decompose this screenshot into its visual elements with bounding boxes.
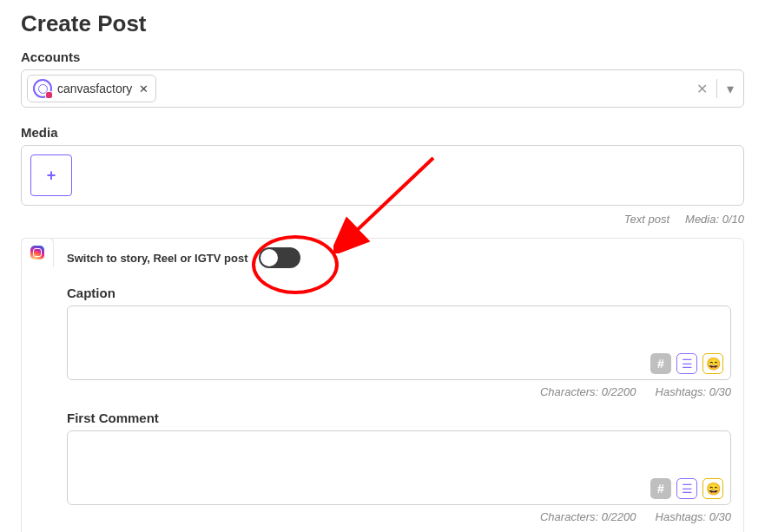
first-comment-emoji-button[interactable]: 😄 — [702, 478, 723, 499]
caption-hashtag-counter: Hashtags: 0/30 — [656, 385, 731, 398]
account-chip[interactable]: canvasfactory ✕ — [27, 75, 156, 102]
media-box: + — [21, 145, 744, 206]
hash-icon: # — [657, 482, 664, 496]
chevron-down-icon: ▾ — [727, 81, 734, 97]
account-avatar-icon — [33, 79, 52, 98]
instagram-badge-icon — [45, 91, 53, 99]
template-icon: ☰ — [682, 357, 693, 371]
account-chip-remove[interactable]: ✕ — [139, 82, 148, 95]
first-comment-template-button[interactable]: ☰ — [676, 478, 697, 499]
caption-field-wrap: # ☰ 😄 — [67, 305, 731, 380]
caption-hashtag-button[interactable]: # — [650, 353, 671, 374]
accounts-clear-button[interactable]: ✕ — [688, 81, 716, 97]
media-counter: Media: 0/10 — [685, 213, 744, 226]
caption-char-counter: Characters: 0/2200 — [540, 385, 636, 398]
plus-icon: + — [47, 167, 56, 185]
caption-emoji-button[interactable]: 😄 — [702, 353, 723, 374]
emoji-icon: 😄 — [706, 482, 721, 496]
toggle-knob — [260, 249, 278, 266]
caption-label: Caption — [67, 286, 731, 300]
emoji-icon: 😄 — [706, 357, 721, 371]
first-comment-field-wrap: # ☰ 😄 — [67, 430, 731, 505]
instagram-icon — [30, 246, 44, 259]
accounts-select[interactable]: canvasfactory ✕ ✕ ▾ — [21, 69, 744, 108]
first-comment-char-counter: Characters: 0/2200 — [540, 510, 636, 523]
page-title: Create Post — [21, 10, 744, 37]
hash-icon: # — [657, 357, 664, 371]
first-comment-label: First Comment — [67, 410, 731, 425]
first-comment-input[interactable] — [68, 431, 730, 483]
add-media-button[interactable]: + — [30, 154, 72, 196]
post-type-switch-label: Switch to story, Reel or IGTV post — [67, 252, 248, 265]
first-comment-hashtag-counter: Hashtags: 0/30 — [656, 510, 731, 523]
template-icon: ☰ — [682, 482, 693, 496]
caption-template-button[interactable]: ☰ — [676, 353, 697, 374]
account-chip-label: canvasfactory — [57, 82, 132, 95]
accounts-dropdown-caret[interactable]: ▾ — [717, 81, 743, 97]
caption-input[interactable] — [68, 306, 730, 358]
instagram-tab[interactable] — [21, 238, 54, 267]
instagram-panel: Switch to story, Reel or IGTV post Capti… — [21, 238, 744, 532]
first-comment-hashtag-button[interactable]: # — [650, 478, 671, 499]
text-post-indicator: Text post — [624, 213, 669, 226]
media-label: Media — [21, 125, 744, 140]
post-type-toggle[interactable] — [259, 247, 300, 268]
accounts-label: Accounts — [21, 49, 744, 64]
